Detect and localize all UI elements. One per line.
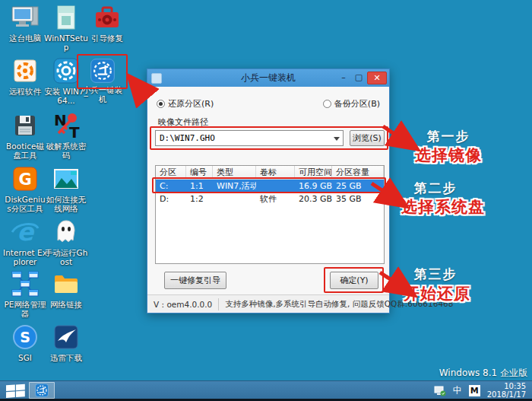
step3-title: 第三步 — [401, 266, 470, 283]
remote-software-icon — [10, 56, 40, 86]
close-button[interactable]: ✕ — [367, 72, 387, 84]
winntsetup-icon — [51, 2, 81, 33]
step2-title: 第二步 — [401, 180, 470, 197]
desktop-icon-winntsetup[interactable]: WinNTSetup — [44, 2, 88, 52]
network-diagram-icon — [10, 269, 40, 299]
icon-label: 手动运行Ghost — [44, 248, 88, 266]
ime-mode-indicator[interactable]: M — [469, 385, 480, 396]
col-capacity[interactable]: 分区容量 — [332, 166, 384, 179]
icon-label: 破解系统密码 — [44, 142, 88, 160]
icon-label: WinNTSetup — [44, 33, 88, 52]
icon-label: Bootice磁盘工具 — [3, 142, 47, 160]
svg-text:T: T — [69, 123, 80, 141]
icon-label: 引导修复 — [85, 33, 129, 43]
start-button[interactable] — [6, 383, 26, 397]
radio-selected-icon — [157, 100, 165, 108]
clock-time: 10:35 — [487, 382, 526, 390]
taskbar: 中 M 10:35 2018/1/17 — [0, 380, 532, 399]
col-partition[interactable]: 分区 — [156, 166, 186, 179]
taskbar-app-xiaobing[interactable] — [29, 382, 55, 399]
step1-subtitle: 选择镜像 — [407, 145, 490, 166]
desktop-icon-network-link[interactable]: 网络链接 — [44, 269, 88, 309]
icon-label: DiskGenius分区工具 — [3, 195, 47, 213]
icon-label: 小兵一键装机 — [81, 85, 125, 103]
ime-language-indicator[interactable]: 中 — [453, 384, 462, 397]
internet-explorer-icon: e — [10, 217, 40, 247]
sgi-icon: S — [10, 322, 40, 352]
nt-key-icon: N T — [51, 110, 81, 141]
desktop-icon-ghost[interactable]: 手动运行Ghost — [44, 217, 88, 266]
ghost-icon — [51, 217, 81, 247]
icon-label: PE网络管理器 — [3, 300, 47, 318]
step1-title: 第一步 — [414, 128, 483, 145]
diskgenius-icon: G — [10, 164, 40, 194]
svg-text:G: G — [18, 170, 31, 189]
icon-label: 迅雷下载 — [44, 353, 88, 362]
desktop-icon-thunder[interactable]: 迅雷下载 — [44, 322, 88, 362]
folder-icon — [51, 269, 81, 299]
svg-text:S: S — [20, 329, 30, 345]
photo-icon — [51, 164, 81, 194]
desktop-icon-sgi[interactable]: S SGI — [3, 322, 47, 362]
icon-label: 如何连接无线网络 — [44, 195, 88, 213]
browse-button[interactable]: 浏览(S) — [350, 130, 385, 146]
radio-unselected-icon — [323, 100, 331, 108]
table-row-d-drive[interactable]: D: 1:2 软件 20.3 GB 35 GB — [156, 193, 384, 205]
icon-label: 网络链接 — [44, 300, 88, 309]
computer-icon — [10, 2, 40, 33]
desktop-icon-xiaobing-installer[interactable]: 小兵一键装机 — [81, 57, 125, 103]
partition-table: 分区 编号 类型 卷标 可用空间 分区容量 C: 1:1 WIN7,活动 16.… — [155, 165, 385, 264]
icon-label: 远程软件 — [3, 87, 47, 96]
minimize-button[interactable]: – — [337, 72, 350, 84]
radio-restore-label: 还原分区(R) — [168, 99, 214, 109]
clock-date: 2018/1/17 — [487, 390, 526, 399]
image-path-label: 映像文件路径 — [158, 116, 208, 128]
step3-subtitle: 开始还原 — [395, 283, 479, 304]
desktop-icon-wireless-guide[interactable]: 如何连接无线网络 — [44, 164, 88, 213]
step2-subtitle: 选择系统盘 — [390, 196, 496, 218]
installer-dialog: 小兵一键装机 – ▢ ✕ 还原分区(R) 备份分区(B) 映像文件路径 D:\W… — [147, 68, 390, 313]
col-volume-label[interactable]: 卷标 — [256, 166, 295, 179]
desktop-icon-internet-explorer[interactable]: e Internet Explorer — [3, 217, 47, 266]
icon-label: 这台电脑 — [3, 33, 47, 43]
svg-text:e: e — [17, 218, 35, 247]
col-number[interactable]: 编号 — [186, 166, 213, 179]
ok-button[interactable]: 确定(Y) — [330, 272, 378, 289]
floppy-disk-icon — [10, 110, 40, 141]
repair-boot-button[interactable]: 一键修复引导 — [164, 272, 226, 289]
desktop-icon-bootice[interactable]: Bootice磁盘工具 — [3, 110, 47, 160]
dialog-titlebar[interactable]: 小兵一键装机 – ▢ ✕ — [147, 69, 389, 87]
desktop: 这台电脑 远程软件 Bootice磁盘工具 G DiskGenius分区工具 e… — [0, 0, 532, 401]
version-label: V : oem4.0.0.0 — [147, 298, 219, 310]
table-row-c-drive[interactable]: C: 1:1 WIN7,活动 16.9 GB 25 GB — [156, 180, 384, 193]
maximize-button[interactable]: ▢ — [352, 72, 366, 84]
thunder-bird-icon — [51, 322, 81, 352]
dialog-statusbar: V : oem4.0.0.0 支持多种镜像,多系统引导自动修复, 问题反馈QQ群… — [147, 294, 389, 313]
desktop-icon-this-pc[interactable]: 这台电脑 — [3, 2, 47, 43]
radio-backup-partition[interactable]: 备份分区(B) — [323, 98, 380, 110]
col-free-space[interactable]: 可用空间 — [295, 166, 332, 179]
image-path-value: D:\WIN7.GHO — [160, 133, 215, 143]
table-header-row: 分区 编号 类型 卷标 可用空间 分区容量 — [156, 166, 384, 180]
chevron-down-icon[interactable] — [334, 137, 340, 141]
icon-label: SGI — [3, 353, 47, 362]
radio-restore-partition[interactable]: 还原分区(R) — [157, 99, 214, 109]
system-tray: 中 M 10:35 2018/1/17 — [434, 381, 529, 399]
arrow-to-icon — [131, 78, 147, 97]
xiaobing-logo-icon — [89, 57, 116, 84]
col-type[interactable]: 类型 — [213, 166, 256, 179]
network-tray-icon[interactable] — [434, 385, 446, 396]
desktop-icon-crack-password[interactable]: N T 破解系统密码 — [44, 110, 88, 160]
taskbar-clock[interactable]: 10:35 2018/1/17 — [487, 382, 529, 399]
desktop-icon-diskgenius[interactable]: G DiskGenius分区工具 — [3, 164, 47, 213]
desktop-icon-boot-repair[interactable]: 引导修复 — [85, 2, 129, 43]
icon-label: Internet Explorer — [3, 248, 47, 266]
windows-version-label: Windows 8.1 企业版 — [439, 367, 527, 380]
toolbox-icon — [92, 2, 122, 33]
image-path-combobox[interactable]: D:\WIN7.GHO — [155, 130, 344, 146]
radio-backup-label: 备份分区(B) — [334, 99, 380, 109]
desktop-icon-remote-software[interactable]: 远程软件 — [3, 56, 47, 96]
desktop-icon-pe-network-manager[interactable]: PE网络管理器 — [3, 269, 47, 318]
install-gear-icon — [51, 56, 81, 86]
